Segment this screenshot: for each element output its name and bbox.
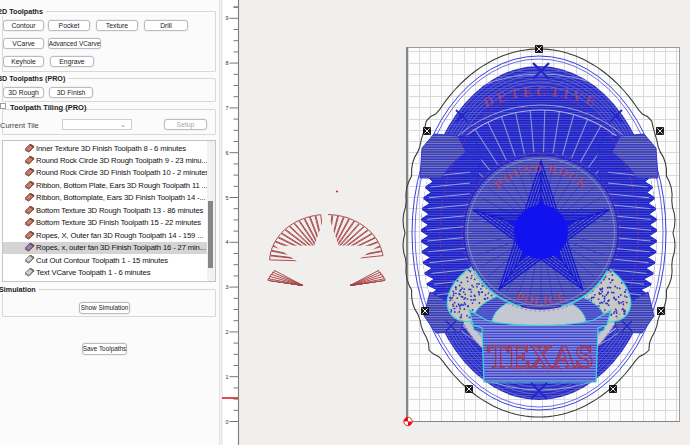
svg-text:7: 7 [225,105,228,111]
svg-text:2: 2 [225,329,228,335]
svg-text:0: 0 [225,419,228,425]
svg-text:1: 1 [225,374,228,380]
svg-text:5: 5 [225,195,228,201]
svg-text:9: 9 [225,15,228,21]
svg-text:8: 8 [225,60,228,66]
svg-text:4: 4 [225,239,228,245]
svg-text:6: 6 [225,150,228,156]
svg-text:3: 3 [225,284,228,290]
